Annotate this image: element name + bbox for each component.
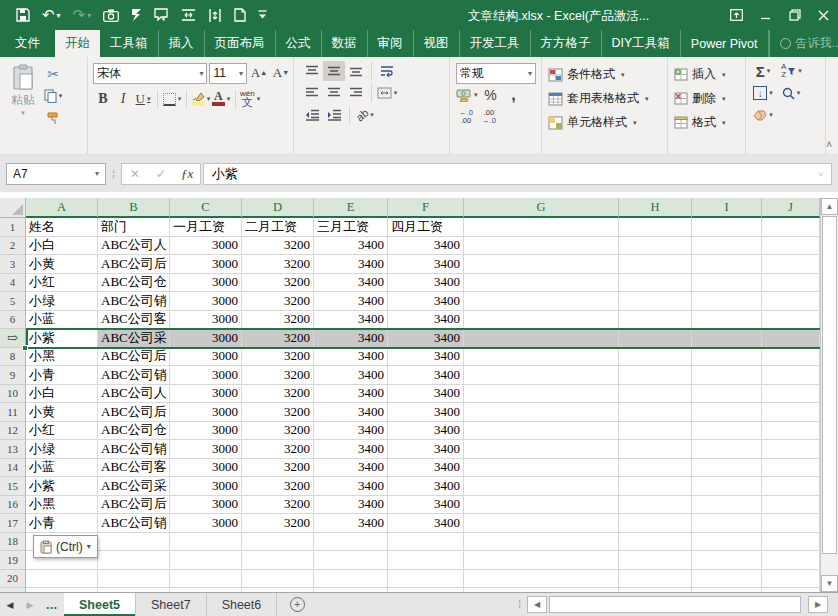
fill-handle[interactable] — [22, 345, 28, 351]
cell-F16[interactable]: 3400 — [388, 496, 464, 515]
cell-G19[interactable] — [464, 551, 619, 570]
cell-E4[interactable]: 3400 — [314, 274, 388, 293]
cell-J6[interactable] — [762, 311, 820, 330]
cell-B8[interactable]: ABC公司后 — [98, 348, 170, 367]
cell-I10[interactable] — [692, 385, 762, 404]
cell-D16[interactable]: 3200 — [242, 496, 314, 515]
cell-G4[interactable] — [464, 274, 619, 293]
cell-C3[interactable]: 3000 — [170, 255, 242, 274]
cell-I17[interactable] — [692, 514, 762, 533]
cell-D5[interactable]: 3200 — [242, 292, 314, 311]
cell-I6[interactable] — [692, 311, 762, 330]
vertical-scrollbar-thumb[interactable] — [822, 216, 837, 554]
collapse-ribbon-icon[interactable]: ˄ — [826, 139, 832, 150]
cell-G13[interactable] — [464, 440, 619, 459]
cell-C19[interactable] — [170, 551, 242, 570]
expand-formula-bar-icon[interactable]: ˅ — [818, 169, 823, 179]
cell-F14[interactable]: 3400 — [388, 459, 464, 478]
cell-G18[interactable] — [464, 533, 619, 552]
conditional-formatting-button[interactable]: 条件格式 — [545, 63, 665, 86]
cell-B6[interactable]: ABC公司客 — [98, 311, 170, 330]
cell-F17[interactable]: 3400 — [388, 514, 464, 533]
enter-icon[interactable]: ✓ — [148, 167, 174, 181]
cancel-icon[interactable]: ✕ — [122, 167, 148, 181]
cell-E20[interactable] — [314, 570, 388, 589]
row-header-12[interactable]: 12 — [0, 422, 26, 441]
merge-center-icon[interactable] — [376, 83, 398, 103]
cell-H12[interactable] — [619, 422, 692, 441]
cut-icon[interactable]: ✂ — [43, 64, 63, 84]
cell-C2[interactable]: 3000 — [170, 237, 242, 256]
cell-I8[interactable] — [692, 348, 762, 367]
cell-J16[interactable] — [762, 496, 820, 515]
align-left-icon[interactable] — [301, 83, 323, 103]
font-name-combo[interactable]: 宋体 — [93, 63, 207, 84]
cell-J13[interactable] — [762, 440, 820, 459]
cell-C10[interactable]: 3000 — [170, 385, 242, 404]
cell-F18[interactable] — [388, 533, 464, 552]
scroll-left-icon[interactable]: ◀ — [527, 596, 547, 613]
cell-F11[interactable]: 3400 — [388, 403, 464, 422]
cell-E2[interactable]: 3400 — [314, 237, 388, 256]
cell-D4[interactable]: 3200 — [242, 274, 314, 293]
column-header-I[interactable]: I — [692, 198, 762, 218]
cell-F2[interactable]: 3400 — [388, 237, 464, 256]
cell-I5[interactable] — [692, 292, 762, 311]
cell-B1[interactable]: 部门 — [98, 218, 170, 237]
column-header-A[interactable]: A — [26, 198, 98, 218]
cell-D12[interactable]: 3200 — [242, 422, 314, 441]
cell-B20[interactable] — [98, 570, 170, 589]
cell-A6[interactable]: 小蓝 — [26, 311, 98, 330]
cell-D6[interactable]: 3200 — [242, 311, 314, 330]
restore-icon[interactable] — [780, 0, 809, 30]
cell-A1[interactable]: 姓名 — [26, 218, 98, 237]
cell-I14[interactable] — [692, 459, 762, 478]
cell-E7[interactable]: 3400 — [314, 329, 388, 348]
cell-F9[interactable]: 3400 — [388, 366, 464, 385]
align-top-icon[interactable] — [301, 61, 323, 81]
cell-J12[interactable] — [762, 422, 820, 441]
cell-G9[interactable] — [464, 366, 619, 385]
cell-F21[interactable] — [388, 588, 464, 592]
row-header-15[interactable]: 15 — [0, 477, 26, 496]
cell-I2[interactable] — [692, 237, 762, 256]
cell-F5[interactable]: 3400 — [388, 292, 464, 311]
cell-G17[interactable] — [464, 514, 619, 533]
cell-F8[interactable]: 3400 — [388, 348, 464, 367]
cell-E14[interactable]: 3400 — [314, 459, 388, 478]
cell-D19[interactable] — [242, 551, 314, 570]
tell-me-button[interactable]: 告诉我... — [769, 30, 838, 57]
cell-J3[interactable] — [762, 255, 820, 274]
cell-H9[interactable] — [619, 366, 692, 385]
delete-cells-button[interactable]: 删除 — [671, 87, 743, 110]
cell-F15[interactable]: 3400 — [388, 477, 464, 496]
row-header-3[interactable]: 3 — [0, 255, 26, 274]
cell-A13[interactable]: 小绿 — [26, 440, 98, 459]
cell-C20[interactable] — [170, 570, 242, 589]
cell-B18[interactable] — [98, 533, 170, 552]
cell-B16[interactable]: ABC公司后 — [98, 496, 170, 515]
tab-工具箱[interactable]: 工具箱 — [100, 30, 159, 57]
cell-G12[interactable] — [464, 422, 619, 441]
cell-A11[interactable]: 小黄 — [26, 403, 98, 422]
cell-D3[interactable]: 3200 — [242, 255, 314, 274]
clear-icon[interactable] — [753, 104, 773, 126]
cell-F3[interactable]: 3400 — [388, 255, 464, 274]
cell-I3[interactable] — [692, 255, 762, 274]
cell-E17[interactable]: 3400 — [314, 514, 388, 533]
cell-I16[interactable] — [692, 496, 762, 515]
align-bottom-icon[interactable] — [345, 61, 367, 81]
vertical-scrollbar[interactable]: ▲ ▼ — [820, 198, 838, 592]
cell-G5[interactable] — [464, 292, 619, 311]
cell-C9[interactable]: 3000 — [170, 366, 242, 385]
sheet-tab-Sheet6[interactable]: Sheet6 — [207, 593, 278, 616]
row-header-2[interactable]: 2 — [0, 237, 26, 256]
cell-I9[interactable] — [692, 366, 762, 385]
ribbon-display-options-icon[interactable] — [722, 0, 751, 30]
tab-开发工具[interactable]: 开发工具 — [460, 30, 531, 57]
cell-C18[interactable] — [170, 533, 242, 552]
tab-file[interactable]: 文件 — [0, 30, 55, 57]
scroll-down-icon[interactable]: ▼ — [821, 575, 838, 592]
autosum-icon[interactable]: Σ — [753, 60, 773, 82]
cell-J17[interactable] — [762, 514, 820, 533]
